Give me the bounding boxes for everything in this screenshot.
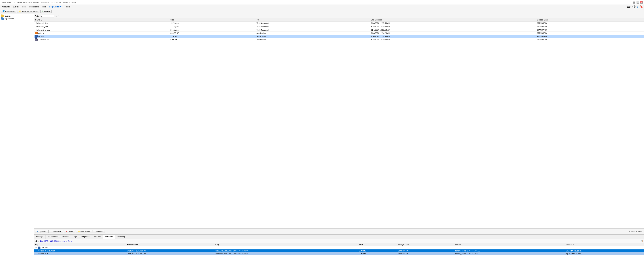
versions-col-owner[interactable]: Owner — [454, 243, 565, 246]
versions-col-size[interactable]: Size — [358, 243, 396, 246]
upload-dropdown-icon[interactable]: ▼ — [45, 231, 47, 232]
versions-col-storage-class[interactable]: Storage Class — [396, 243, 454, 246]
file-type: Application — [255, 38, 370, 41]
file-row[interactable]: cluster1_dem... 157 bytes Text Document … — [34, 22, 644, 25]
delete-button[interactable]: ✕ Delete — [64, 230, 75, 233]
file-type: Text Document — [255, 22, 370, 25]
download-label: Download — [53, 230, 62, 232]
file-row[interactable]: s3browser-11... 9.58 MB Application 3/24… — [34, 38, 644, 41]
version-id: NjU5RDhiCNDItRT... — [565, 252, 644, 255]
file-name: hfs.exe — [38, 35, 44, 38]
file-row[interactable]: hfs.exe 2.07 MB Application 3/24/2024 12… — [34, 35, 644, 38]
sidebar-item-sg-dummy[interactable]: sg-dummy — [0, 17, 34, 20]
versions-tbody: ▼ hfs.exe revision #: 2 (current) 3/24/2… — [34, 246, 644, 255]
url-label: URL: — [35, 240, 39, 242]
tab-versions[interactable]: Versions — [103, 235, 115, 239]
tab-preview[interactable]: Preview — [92, 235, 103, 239]
toolbar-refresh-button[interactable]: ↻ Refresh — [40, 10, 52, 13]
edit-path-icon[interactable]: ✏ — [58, 15, 60, 17]
file-table: Name ▲ Size Type Last Modified Storage C… — [34, 18, 644, 41]
menu-help[interactable]: Help — [65, 6, 72, 8]
tab-tags[interactable]: Tags — [71, 235, 79, 239]
file-type: Application — [255, 35, 370, 38]
tab-properties[interactable]: Properties — [79, 235, 92, 239]
file-size: 211 bytes — [169, 25, 255, 28]
file-size: 2.07 MB — [169, 35, 255, 38]
col-storage-class[interactable]: Storage Class — [535, 18, 644, 22]
title-bar: S3 Browser 11.6.7 - Free Version (for no… — [0, 0, 644, 5]
url-value[interactable]: http://192.168.0.80:8080/bucket/hfs.exe — [40, 240, 73, 242]
versions-file-row[interactable]: ▼ hfs.exe — [34, 246, 644, 250]
bucket-name: bucket — [5, 15, 10, 17]
file-name-cell: cluster1_dem... — [34, 22, 169, 25]
refresh-label: Refresh — [96, 230, 103, 232]
favorite-icon[interactable]: ☆ — [55, 15, 57, 17]
file-modified: 3/24/2024 12:13:53 AM — [370, 28, 535, 32]
version-owner: tenant_demo (27041610751... — [454, 252, 565, 255]
expand-icon[interactable]: ▼ — [35, 247, 37, 249]
file-size: 9.58 MB — [169, 38, 255, 41]
menu-accounts[interactable]: Accounts — [1, 6, 11, 8]
menu-buckets[interactable]: Buckets — [11, 6, 21, 8]
app-icon — [35, 38, 38, 41]
tab-headers[interactable]: Headers — [60, 235, 72, 239]
col-size[interactable]: Size — [169, 18, 255, 22]
tab-event-log[interactable]: Event log — [115, 235, 127, 239]
version-etag: "9e8557e98ed1269372ff0ace91d63477" — [214, 252, 358, 255]
file-row[interactable]: putty.exe 834.05 KB Application 3/24/202… — [34, 32, 644, 35]
col-type[interactable]: Type — [255, 18, 370, 22]
file-name-cell: hfs.exe — [34, 35, 169, 38]
lower-panel: Tasks (1)PermissionsHeadersTagsPropertie… — [34, 234, 644, 265]
bookmark-icon[interactable]: 🔖 — [640, 5, 643, 8]
col-last-modified[interactable]: Last Modified — [370, 18, 535, 22]
versions-key-cell: ▼ hfs.exe — [34, 246, 644, 250]
path-input[interactable] — [40, 15, 54, 18]
file-storage-class: STANDARD — [535, 38, 644, 41]
file-modified: 3/24/2024 12:14:28 AM — [370, 32, 535, 35]
menu-bar: Accounts Buckets Files Bookmarks Tools U… — [0, 5, 644, 9]
version-modified: 3/24/2024 12:13:53 AM — [126, 252, 214, 255]
doc-icon — [35, 25, 37, 28]
upload-button[interactable]: ⬆ Upload ▼ — [35, 230, 48, 233]
version-id: OElHRjY4NDgtRT... — [565, 250, 644, 252]
versions-col-version-id[interactable]: Version Id — [565, 243, 644, 246]
version-size: 2.07 MB — [358, 250, 396, 252]
tab-permissions[interactable]: Permissions — [46, 235, 60, 239]
new-bucket-icon: 🪣 — [2, 10, 5, 12]
maximize-button[interactable]: □ — [636, 1, 639, 4]
menu-tools[interactable]: Tools — [40, 6, 48, 8]
copy-url-icon[interactable]: 📋 — [640, 240, 643, 242]
menu-upgrade[interactable]: Upgrade to Pro! — [48, 6, 64, 8]
versions-table: KeyLast ModifiedETagSizeStorage ClassOwn… — [34, 243, 644, 255]
sidebar-item-bucket[interactable]: bucket — [0, 14, 34, 17]
download-icon: ⬇ — [51, 230, 52, 233]
keyboard-icon[interactable]: ⌨ — [626, 5, 630, 8]
versions-col-key[interactable]: Key — [34, 243, 126, 246]
file-key-name: hfs.exe — [42, 247, 48, 249]
upload-label: Upload — [39, 230, 45, 232]
close-button[interactable]: ✕ — [640, 1, 643, 4]
versions-col-etag[interactable]: ETag — [214, 243, 358, 246]
version-storage-class: STANDARD — [396, 252, 454, 255]
new-folder-button[interactable]: 📁 New Folder — [76, 230, 92, 233]
tab-tasks--1-[interactable]: Tasks (1) — [34, 235, 46, 239]
new-bucket-button[interactable]: 🪣 New bucket — [1, 10, 16, 13]
col-name[interactable]: Name ▲ — [34, 18, 169, 22]
refresh-button[interactable]: ↻ Refresh — [92, 230, 105, 233]
file-name-cell: cluster1_svm... — [34, 25, 169, 28]
file-row[interactable]: cluster1_svm... 211 bytes Text Document … — [34, 28, 644, 32]
window-controls: ─ □ ✕ — [633, 1, 643, 4]
versions-col-last-modified[interactable]: Last Modified — [126, 243, 214, 246]
download-button[interactable]: ⬇ Download — [49, 230, 63, 233]
version-row[interactable]: revision #: 1 3/24/2024 12:13:53 AM "9e8… — [34, 252, 644, 255]
versions-area: KeyLast ModifiedETagSizeStorage ClassOwn… — [34, 243, 644, 265]
minimize-button[interactable]: ─ — [633, 1, 635, 4]
bubble-icon[interactable]: 💬 — [632, 5, 636, 8]
menu-files[interactable]: Files — [21, 6, 28, 8]
bottom-toolbar: ⬆ Upload ▼ ⬇ Download ✕ Delete 📁 New Fol… — [34, 228, 644, 234]
version-row[interactable]: revision #: 2 (current) 3/24/2024 12:14:… — [34, 250, 644, 252]
add-external-bucket-button[interactable]: 📂 Add external bucket — [17, 10, 39, 13]
menu-bookmarks[interactable]: Bookmarks — [28, 6, 40, 8]
info-icon[interactable]: ℹ — [637, 5, 638, 8]
file-row[interactable]: cluster1_svm... 211 bytes Text Document … — [34, 25, 644, 28]
